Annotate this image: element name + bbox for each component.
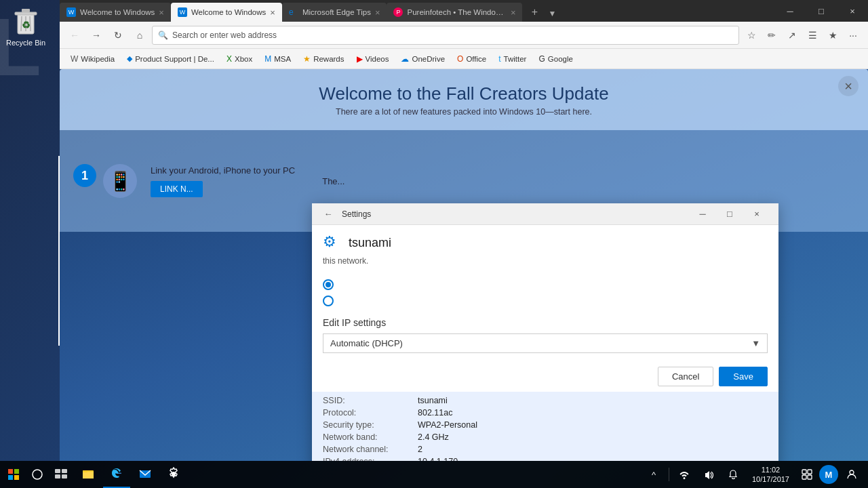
tray-volume-icon[interactable] [698, 461, 719, 488]
tab-close-4[interactable]: × [511, 7, 516, 18]
close-button[interactable]: × [837, 0, 868, 22]
bookmarks-bar: W Wikipedia ◆ Product Support | De... X … [60, 49, 868, 69]
maximize-button[interactable]: □ [806, 0, 837, 22]
task-view-button[interactable] [47, 461, 75, 488]
web-notes-button[interactable]: ✏ [762, 26, 781, 45]
tray-network-icon[interactable] [673, 461, 695, 488]
tab-close-1[interactable]: × [159, 7, 164, 18]
bookmark-favicon-videos: ▶ [357, 54, 363, 64]
browser-tab-4[interactable]: P Pureinfotech • The Window... × [387, 3, 522, 22]
reading-view-button[interactable]: ☰ [803, 26, 822, 45]
taskbar-settings[interactable] [160, 461, 187, 488]
bookmark-wikipedia[interactable]: W Wikipedia [65, 53, 120, 65]
settings-maximize-button[interactable]: □ [716, 203, 743, 225]
hub-button[interactable]: ★ [823, 26, 842, 45]
tray-notifications-icon[interactable] [722, 461, 744, 488]
settings-title: Settings [342, 209, 689, 219]
welcome-subtitle: There are a lot of new features packed i… [336, 107, 592, 117]
radio-group [323, 279, 768, 306]
settings-close-button[interactable]: × [743, 203, 770, 225]
new-tab-button[interactable]: + [525, 3, 544, 22]
action-center-button[interactable] [797, 461, 816, 488]
clock-date: 10/17/2017 [752, 474, 789, 484]
channel-label: Network channel: [323, 445, 418, 454]
system-clock[interactable]: 11:02 10/17/2017 [747, 465, 795, 485]
tab-overflow-button[interactable]: ▼ [544, 5, 560, 22]
bookmark-favicon-google: G [538, 54, 545, 64]
welcome-close-button[interactable]: × [838, 76, 859, 96]
refresh-button[interactable]: ↻ [108, 26, 127, 45]
phone-icon: 📱 [103, 164, 137, 198]
forward-button[interactable]: → [87, 26, 106, 45]
bookmark-label-xbox: Xbox [235, 55, 252, 63]
browser-tab-1[interactable]: W Welcome to Windows × [60, 3, 171, 22]
bookmark-onedrive[interactable]: ☁ OneDrive [395, 53, 450, 65]
svg-rect-17 [83, 470, 87, 472]
tray-people-icon[interactable] [841, 461, 863, 488]
wifi-ssid-row: SSID: tsunami [323, 394, 768, 407]
svg-rect-2 [22, 9, 30, 12]
ssid-value: tsunami [418, 396, 448, 405]
bookmark-xbox[interactable]: X Xbox [221, 53, 258, 65]
browser-tab-3[interactable]: e Microsoft Edge Tips × [282, 3, 387, 22]
settings-window: ← Settings ─ □ × ⚙ tsunami this network. [312, 203, 778, 461]
share-button[interactable]: ↗ [783, 26, 802, 45]
wifi-protocol-row: Protocol: 802.11ac [323, 407, 768, 419]
link-now-button[interactable]: LINK N... [151, 181, 203, 197]
ssid-label: SSID: [323, 396, 418, 405]
minimize-button[interactable]: ─ [774, 0, 806, 22]
step-1-section: 1 📱 [73, 164, 137, 198]
address-text: Search or enter web address [172, 30, 733, 40]
ip-dropdown[interactable]: Automatic (DHCP) ▼ [323, 333, 768, 353]
browser-titlebar: W Welcome to Windows × W Welcome to Wind… [60, 0, 868, 22]
favorites-button[interactable]: ☆ [742, 26, 761, 45]
taskbar-edge[interactable] [103, 461, 130, 488]
bookmark-label-msa: MSA [274, 55, 291, 63]
back-button[interactable]: ← [65, 26, 84, 45]
bookmark-favicon-twitter: t [498, 54, 500, 64]
bookmark-twitter[interactable]: t Twitter [493, 53, 532, 65]
recycle-bin-icon: ♻ [12, 7, 39, 37]
wifi-band-row: Network band: 2.4 GHz [323, 431, 768, 443]
home-button[interactable]: ⌂ [130, 26, 149, 45]
taskbar-mail[interactable] [132, 461, 159, 488]
bookmark-label-twitter: Twitter [504, 55, 527, 63]
user-avatar[interactable]: M [819, 465, 838, 484]
settings-minimize-button[interactable]: ─ [689, 203, 716, 225]
tab-close-2[interactable]: × [270, 7, 275, 18]
tab-title-1: Welcome to Windows [80, 8, 155, 16]
clock-time: 11:02 [762, 465, 781, 474]
browser-tab-2[interactable]: W Welcome to Windows × [171, 3, 282, 22]
svg-point-11 [33, 470, 42, 479]
tab-close-3[interactable]: × [375, 7, 380, 18]
settings-back-button[interactable]: ← [320, 206, 336, 222]
recycle-bin[interactable]: ♻ Recycle Bin [5, 7, 46, 47]
tray-divider [669, 468, 669, 481]
notifications-icon [728, 470, 738, 479]
bookmark-google[interactable]: G Google [533, 53, 578, 65]
settings-cancel-button[interactable]: Cancel [658, 367, 713, 386]
band-label: Network band: [323, 432, 418, 442]
radio-on-circle [323, 279, 334, 290]
bookmark-rewards[interactable]: ★ Rewards [298, 53, 349, 65]
settings-save-button[interactable]: Save [719, 367, 768, 386]
radio-off-circle [323, 296, 334, 306]
radio-on[interactable] [323, 279, 768, 290]
dropdown-arrow-icon: ▼ [751, 338, 760, 348]
address-bar[interactable]: 🔍 Search or enter web address [152, 26, 739, 45]
taskbar-file-explorer[interactable] [75, 461, 102, 488]
cortana-button[interactable] [27, 461, 47, 488]
more-button[interactable]: ··· [844, 26, 863, 45]
cortana-icon [32, 469, 43, 480]
bookmark-msa[interactable]: M MSA [259, 53, 296, 65]
bookmark-videos[interactable]: ▶ Videos [351, 53, 395, 65]
edit-ip-section: Edit IP settings Automatic (DHCP) ▼ [312, 312, 778, 361]
start-button[interactable] [0, 461, 27, 488]
bookmark-label-rewards: Rewards [313, 55, 344, 63]
edit-ip-title: Edit IP settings [323, 317, 768, 328]
svg-rect-8 [14, 469, 19, 474]
radio-off[interactable] [323, 296, 768, 306]
bookmark-support[interactable]: ◆ Product Support | De... [121, 53, 220, 64]
bookmark-office[interactable]: O Office [452, 53, 492, 65]
tray-show-hidden[interactable]: ^ [643, 461, 665, 488]
